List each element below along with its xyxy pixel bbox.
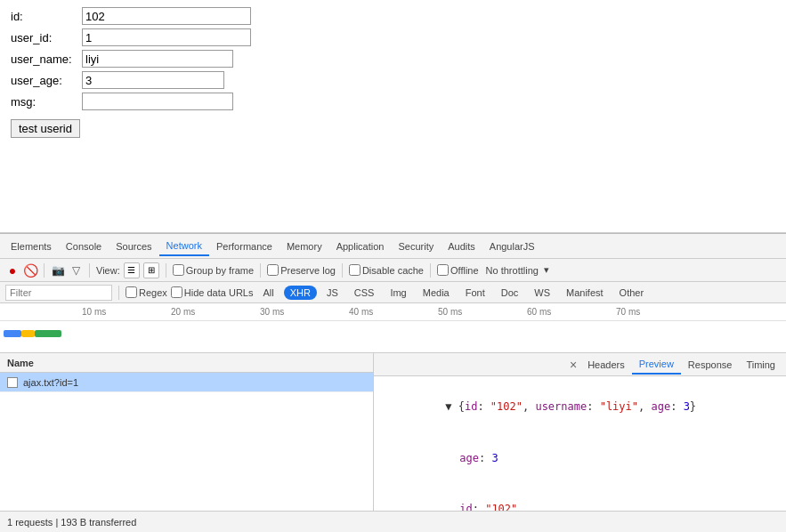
filter-media[interactable]: Media <box>417 286 456 300</box>
json-key-username: username <box>535 400 587 413</box>
stop-icon[interactable]: 🚫 <box>23 263 37 278</box>
preserve-log-checkbox[interactable] <box>267 264 279 276</box>
id-input[interactable] <box>82 7 251 25</box>
filter-manifest[interactable]: Manifest <box>560 286 610 300</box>
detail-tab-preview[interactable]: Preview <box>632 355 681 375</box>
tab-audits[interactable]: Audits <box>441 238 482 255</box>
filter-css[interactable]: CSS <box>348 286 381 300</box>
detail-tab-bar: × Headers Preview Response Timing <box>374 353 786 376</box>
detail-tab-response[interactable]: Response <box>681 356 740 374</box>
requests-panel: Name ajax.txt?id=1 <box>0 353 374 511</box>
tab-sources[interactable]: Sources <box>109 238 158 255</box>
filter-font[interactable]: Font <box>459 286 491 300</box>
test-userid-button[interactable]: test userid <box>11 119 80 138</box>
tab-memory[interactable]: Memory <box>280 238 329 255</box>
filter-icon[interactable]: ▽ <box>69 263 83 278</box>
filter-all[interactable]: All <box>256 286 280 300</box>
json-colon-1: : <box>477 400 490 413</box>
record-icon[interactable]: ● <box>5 263 20 278</box>
json-id-colon: : <box>473 503 485 511</box>
json-id-val: "102" <box>485 503 517 511</box>
toolbar-sep-2 <box>89 263 90 278</box>
filter-bar: Regex Hide data URLs All XHR JS CSS Img … <box>0 282 786 303</box>
filter-js[interactable]: JS <box>320 286 344 300</box>
filter-input[interactable] <box>5 285 112 301</box>
json-brace-open: { <box>458 400 465 413</box>
preserve-log-label[interactable]: Preserve log <box>267 264 336 276</box>
json-key-id: id <box>465 400 477 413</box>
tick-70ms: 70 ms <box>616 307 640 317</box>
timeline-bar-dns <box>4 330 21 337</box>
filter-doc[interactable]: Doc <box>495 286 525 300</box>
msg-row: msg: <box>11 93 775 110</box>
view-list-icon[interactable]: ☰ <box>124 262 140 278</box>
json-comma-2: , <box>638 400 651 413</box>
tick-20ms: 20 ms <box>171 307 195 317</box>
user-name-row: user_name: <box>11 50 775 68</box>
tick-60ms: 60 ms <box>527 307 551 317</box>
detail-tab-headers[interactable]: Headers <box>580 356 632 374</box>
regex-label[interactable]: Regex <box>126 286 167 298</box>
view-label: View: <box>96 265 120 276</box>
user-id-input[interactable] <box>82 28 251 46</box>
timeline-bar-connect <box>21 330 35 337</box>
view-grid-icon[interactable]: ⊞ <box>143 262 159 278</box>
filter-other[interactable]: Other <box>613 286 651 300</box>
filter-ws[interactable]: WS <box>528 286 556 300</box>
regex-checkbox[interactable] <box>126 286 137 298</box>
toolbar-sep-6 <box>430 263 431 278</box>
disable-cache-label[interactable]: Disable cache <box>349 264 424 276</box>
offline-checkbox[interactable] <box>437 264 449 276</box>
json-arrow: ▼ <box>445 400 458 413</box>
user-age-row: user_age: <box>11 71 775 89</box>
user-age-input[interactable] <box>82 71 224 89</box>
timeline-area: 10 ms 20 ms 30 ms 40 ms 50 ms 60 ms 70 m… <box>0 303 786 353</box>
tick-10ms: 10 ms <box>82 307 106 317</box>
msg-label: msg: <box>11 95 82 109</box>
tab-console[interactable]: Console <box>59 238 109 255</box>
devtools-panel: Elements Console Sources Network Perform… <box>0 233 786 532</box>
filter-xhr[interactable]: XHR <box>284 286 317 300</box>
devtools-tab-bar: Elements Console Sources Network Perform… <box>0 234 786 259</box>
group-by-frame-checkbox[interactable] <box>173 264 184 276</box>
camera-icon[interactable]: 📷 <box>51 263 65 278</box>
tab-application[interactable]: Application <box>329 238 392 255</box>
json-age-colon: : <box>479 452 491 464</box>
tab-angularjs[interactable]: AngularJS <box>482 238 542 255</box>
user-id-label: user_id: <box>11 31 82 44</box>
detail-tab-timing[interactable]: Timing <box>739 356 782 374</box>
id-row: id: <box>11 7 775 25</box>
request-name: ajax.txt?id=1 <box>23 377 78 388</box>
json-colon-3: : <box>670 400 683 413</box>
tick-50ms: 50 ms <box>438 307 462 317</box>
hide-data-urls-label[interactable]: Hide data URLs <box>171 286 254 298</box>
json-comma-1: , <box>523 400 535 413</box>
user-name-input[interactable] <box>82 50 233 68</box>
throttling-dropdown-icon[interactable]: ▾ <box>544 264 549 276</box>
tick-40ms: 40 ms <box>349 307 373 317</box>
detail-close-button[interactable]: × <box>566 358 580 372</box>
request-icon <box>7 377 18 388</box>
json-root-line: ▼ {id: "102", username: "liyi", age: 3} <box>381 382 779 433</box>
disable-cache-checkbox[interactable] <box>349 264 361 276</box>
name-column-header: Name <box>7 358 34 368</box>
tab-elements[interactable]: Elements <box>4 238 59 255</box>
detail-panel: × Headers Preview Response Timing ▼ {id:… <box>374 353 786 511</box>
group-by-frame-label[interactable]: Group by frame <box>173 264 254 276</box>
json-val-id: "102" <box>490 400 523 413</box>
filter-img[interactable]: Img <box>384 286 412 300</box>
user-id-row: user_id: <box>11 28 775 46</box>
requests-list-header: Name <box>0 353 373 373</box>
json-brace-close: } <box>690 400 696 413</box>
offline-label[interactable]: Offline <box>437 264 479 276</box>
timeline-bar-request <box>35 330 61 337</box>
hide-data-urls-checkbox[interactable] <box>171 286 182 298</box>
footer-text: 1 requests | 193 B transferred <box>7 517 136 528</box>
msg-input[interactable] <box>82 93 233 110</box>
json-id-line: id: "102" <box>381 484 779 511</box>
request-row[interactable]: ajax.txt?id=1 <box>0 373 373 392</box>
tab-performance[interactable]: Performance <box>209 238 280 255</box>
devtools-footer: 1 requests | 193 B transferred <box>0 511 786 532</box>
tab-security[interactable]: Security <box>391 238 441 255</box>
tab-network[interactable]: Network <box>159 237 209 256</box>
